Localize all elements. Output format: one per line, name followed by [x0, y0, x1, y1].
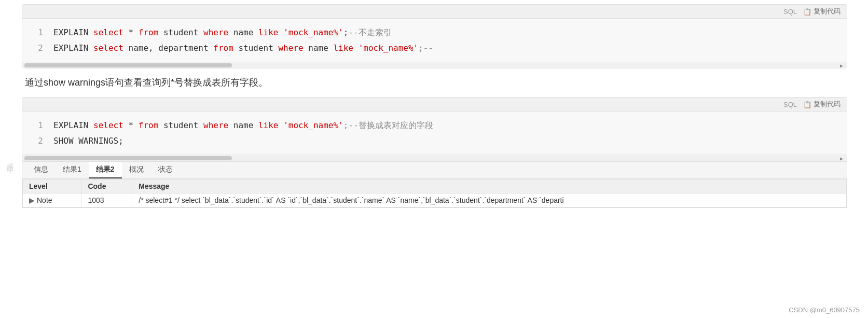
copy-icon-2: 📋	[803, 101, 811, 108]
line-number: 2	[31, 134, 43, 148]
code-token: where	[203, 27, 228, 37]
cell-message: /* select#1 */ select `bl_data`.`student…	[132, 193, 847, 208]
line-number: 2	[31, 42, 43, 55]
code-token: ;--替换成表对应的字段	[343, 120, 433, 130]
csdn-footer: CSDN @m0_60907575	[789, 306, 860, 314]
code-token: 'mock_name%'	[283, 120, 343, 130]
line-number: 1	[31, 26, 43, 39]
code-token: 'mock_name%'	[359, 43, 419, 53]
code-block-2: SQL 📋 复制代码 1EXPLAIN select * from studen…	[22, 97, 847, 161]
code-token: *	[123, 27, 139, 37]
code-token: from	[213, 43, 233, 53]
code-content-2: 1EXPLAIN select * from student where nam…	[22, 112, 847, 155]
copy-button-2[interactable]: 📋 复制代码	[803, 100, 841, 109]
lang-label-1: SQL	[783, 8, 797, 16]
scroll-right-1[interactable]: ▶	[838, 62, 845, 68]
results-table: LevelCodeMessage ▶Note1003/* select#1 */…	[22, 179, 847, 208]
code-token: EXPLAIN	[53, 120, 93, 130]
code-block-1-header: SQL 📋 复制代码	[22, 5, 847, 19]
code-token: where	[278, 43, 303, 53]
code-token	[279, 27, 284, 37]
cell-code: 1003	[81, 193, 132, 208]
line-number: 1	[31, 119, 43, 132]
code-token: EXPLAIN	[53, 27, 93, 37]
code-line: 2EXPLAIN select name, department from st…	[22, 40, 847, 56]
lang-label-2: SQL	[783, 101, 797, 108]
code-token: select	[93, 27, 123, 37]
code-token: 'mock_name%'	[283, 27, 343, 37]
code-token: like	[258, 27, 279, 37]
table-header-level: Level	[23, 179, 81, 193]
code-token: ;	[343, 27, 349, 37]
row-indicator: ▶	[29, 196, 35, 204]
code-token: --不走索引	[348, 27, 391, 37]
code-text: SHOW WARNINGS;	[53, 134, 123, 148]
code-token: select	[93, 120, 123, 130]
scroll-right-2[interactable]: ▶	[838, 155, 845, 161]
result-tab-状态[interactable]: 状态	[151, 162, 180, 178]
results-tabs: 信息结果1结果2概况状态	[22, 162, 847, 179]
cell-level: ▶Note	[23, 193, 81, 208]
code-token: ;--	[418, 43, 433, 53]
copy-label-1: 复制代码	[814, 7, 841, 16]
code-block-1: SQL 📋 复制代码 1EXPLAIN select * from studen…	[22, 4, 847, 68]
code-content-1: 1EXPLAIN select * from student where nam…	[22, 19, 847, 62]
code-token: name	[228, 27, 258, 37]
table-header-message: Message	[132, 179, 847, 193]
results-panel: 信息结果1结果2概况状态 LevelCodeMessage ▶Note1003/…	[22, 161, 847, 208]
code-token: like	[333, 43, 353, 53]
table-row: ▶Note1003/* select#1 */ select `bl_data`…	[23, 193, 847, 208]
table-header-code: Code	[81, 179, 132, 193]
code-text: EXPLAIN select name, department from stu…	[53, 42, 433, 55]
code-token: name	[228, 120, 258, 130]
scrollbar-thumb-1[interactable]	[24, 63, 232, 67]
code-token: EXPLAIN	[53, 43, 93, 53]
code-token: *	[123, 120, 139, 130]
code-line: 1EXPLAIN select * from student where nam…	[22, 118, 847, 133]
code-token	[353, 43, 359, 53]
copy-button-1[interactable]: 📋 复制代码	[803, 7, 841, 16]
result-tab-信息[interactable]: 信息	[26, 162, 56, 178]
code-line: 2SHOW WARNINGS;	[22, 133, 847, 149]
code-token	[279, 120, 284, 130]
code-token: student	[233, 43, 279, 53]
code-line: 1EXPLAIN select * from student where nam…	[22, 25, 847, 40]
code-token: like	[258, 120, 279, 130]
scrollbar-2[interactable]: ◀ ▶	[22, 155, 847, 161]
code-token: select	[93, 43, 123, 53]
code-block-2-header: SQL 📋 复制代码	[22, 98, 847, 112]
code-token: name, department	[123, 43, 213, 53]
result-tab-结果1[interactable]: 结果1	[56, 162, 89, 178]
copy-label-2: 复制代码	[814, 100, 841, 109]
code-token: name	[304, 43, 334, 53]
code-text: EXPLAIN select * from student where name…	[53, 26, 392, 39]
results-table-body: ▶Note1003/* select#1 */ select `bl_data`…	[23, 193, 847, 208]
code-text: EXPLAIN select * from student where name…	[53, 119, 433, 132]
results-table-head: LevelCodeMessage	[23, 179, 847, 193]
result-tab-概况[interactable]: 概况	[122, 162, 151, 178]
copy-icon-1: 📋	[803, 8, 811, 16]
scrollbar-1[interactable]: ◀ ▶	[22, 62, 847, 68]
code-token: where	[203, 120, 228, 130]
code-token: from	[139, 27, 159, 37]
code-token: SHOW WARNINGS;	[53, 136, 123, 146]
code-token: student	[158, 27, 203, 37]
scrollbar-thumb-2[interactable]	[24, 156, 232, 160]
result-tab-结果2[interactable]: 结果2	[89, 162, 122, 178]
code-token: student	[158, 120, 203, 130]
code-token: from	[139, 120, 159, 130]
prose-text: 通过show warnings语句查看查询列*号替换成表所有字段。	[0, 68, 868, 97]
